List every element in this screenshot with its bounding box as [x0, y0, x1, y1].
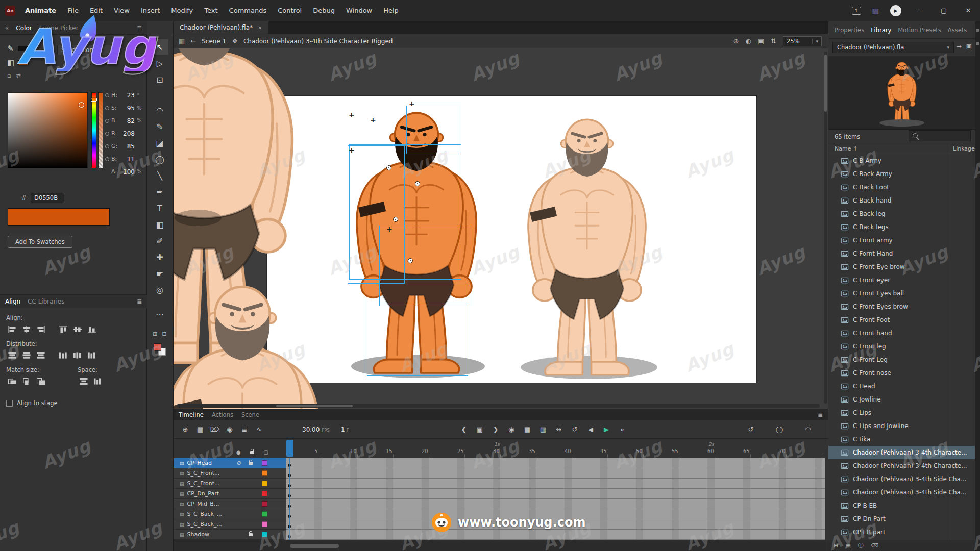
library-item[interactable]: C Front leg [828, 340, 975, 353]
match-height-icon[interactable] [20, 376, 33, 386]
timeline-tab-actions[interactable]: Actions [212, 411, 233, 418]
layer-depth-button[interactable]: ≣ [238, 425, 251, 433]
item-properties-button[interactable]: ⓘ [858, 542, 864, 549]
distribute-top-icon[interactable] [6, 350, 18, 360]
library-document-select[interactable]: Chadoor (Pehlvaan).fla ▾ [832, 42, 954, 53]
library-item[interactable]: C B Army [828, 154, 975, 167]
column-name[interactable]: Name [835, 145, 851, 152]
paint-bucket-tool[interactable]: ◧ [151, 216, 168, 233]
tab-library[interactable]: Library [871, 27, 891, 34]
layer-color-chip[interactable] [262, 460, 267, 466]
panel-menu-icon[interactable]: ≣ [137, 24, 142, 32]
snap-align-icon[interactable]: ⊟ [162, 331, 167, 337]
radio-icon[interactable] [105, 144, 109, 148]
distribute-bottom-icon[interactable] [35, 350, 47, 360]
library-item[interactable]: C tika [828, 433, 975, 446]
shape-tool[interactable]: ◯ [151, 151, 168, 167]
center-playhead-button[interactable]: ◯ [773, 425, 786, 433]
layer-frames-band[interactable] [286, 468, 825, 479]
more-tools-button[interactable]: ⋯ [151, 306, 168, 322]
stage-pasteboard[interactable]: + + + + + + [174, 48, 828, 409]
collapsed-panel-icon[interactable] [976, 29, 979, 32]
stroke-color-tool[interactable]: ✎ [7, 44, 14, 53]
transform-handle[interactable]: + [349, 111, 355, 118]
zoom-select[interactable]: 25% ▾ [783, 36, 822, 46]
subselection-tool[interactable]: ▷ [151, 55, 168, 71]
breadcrumb-symbol[interactable]: Chadoor (Pehlvaan) 3-4th Side Character … [243, 38, 393, 45]
align-to-stage-option[interactable]: Align to stage [6, 399, 147, 407]
document-tab[interactable]: Chadoor (Pehlvaan).fla* ✕ [174, 21, 268, 34]
edit-multiple-frames-button[interactable]: ▥ [536, 425, 550, 433]
tab-assets[interactable]: Assets [948, 27, 967, 34]
transform-handle[interactable]: + [409, 100, 415, 107]
line-tool[interactable]: ╲ [151, 167, 168, 184]
layer-row[interactable]: ▤S_C_Back_... [174, 509, 286, 519]
layer-frames-band[interactable] [286, 530, 825, 540]
pasteboard-character-partial[interactable] [174, 269, 337, 409]
center-stage-icon[interactable]: ⊕ [733, 37, 739, 45]
ruler-number[interactable]: 15 [386, 448, 393, 454]
stroke-color-chip[interactable] [18, 46, 28, 51]
new-library-window-icon[interactable]: ▣ [966, 43, 972, 50]
fill-color-tool[interactable]: ◧ [7, 58, 14, 67]
timeline-tab-timeline[interactable]: Timeline [179, 411, 204, 418]
library-item[interactable]: C Back Army [828, 167, 975, 181]
marker-button[interactable]: ▣ [473, 425, 486, 433]
ruler-number[interactable]: 65 [743, 448, 750, 454]
library-item[interactable]: C Back hand [828, 194, 975, 207]
new-folder-button[interactable]: ▤ [845, 542, 850, 549]
menu-item-text[interactable]: Text [199, 0, 223, 21]
sort-ascending-icon[interactable]: ↑ [853, 145, 857, 152]
layer-frames-band[interactable] [286, 489, 825, 499]
library-item[interactable]: C Back Foot [828, 181, 975, 194]
sb-cursor[interactable] [79, 102, 84, 108]
radio-icon[interactable] [105, 106, 109, 110]
ruler-number[interactable]: 35 [529, 448, 535, 454]
step-forward-button[interactable]: ❯ [489, 425, 502, 433]
eraser-tool[interactable]: ◪ [151, 135, 168, 151]
hand-tool[interactable]: ☛ [151, 265, 168, 282]
layer-color-chip[interactable] [262, 511, 267, 517]
timeline-tab-scene[interactable]: Scene [241, 411, 259, 418]
align-right-icon[interactable] [35, 324, 47, 334]
registration-point[interactable] [415, 181, 420, 186]
checkbox-icon[interactable] [6, 400, 13, 407]
lasso-tool[interactable]: ◠ [151, 102, 168, 118]
layer-frames-band[interactable] [286, 499, 825, 509]
transform-handle[interactable]: + [370, 116, 376, 123]
layer-frames-band[interactable] [286, 479, 825, 489]
library-item[interactable]: Chadoor (Pehlvaan) 3-4th Side Cha... [828, 486, 975, 499]
character-skin[interactable] [511, 106, 663, 384]
alpha-slider[interactable] [98, 92, 103, 168]
library-item[interactable]: CP B EB [828, 499, 975, 512]
layer-row[interactable]: ▤S_C_Front... [174, 468, 286, 479]
graph-editor-button[interactable]: ∿ [253, 425, 266, 433]
brush-tool[interactable]: ✎ [151, 118, 168, 135]
saturation-brightness-picker[interactable] [8, 92, 88, 168]
scrollbar-thumb[interactable] [276, 405, 353, 407]
menu-item-debug[interactable]: Debug [307, 0, 340, 21]
tab-color[interactable]: Color [16, 24, 32, 32]
align-top-icon[interactable] [57, 324, 69, 334]
zoom-spinner-icon[interactable]: ⇅ [771, 37, 776, 45]
library-item[interactable]: C Front Foot [828, 313, 975, 327]
color-field-value[interactable]: 85 [121, 143, 135, 150]
library-item[interactable]: C Jowline [828, 393, 975, 406]
match-width-icon[interactable] [6, 376, 18, 386]
hex-input[interactable]: D0550B [31, 193, 64, 203]
menu-animate[interactable]: Animate [19, 0, 62, 21]
align-left-icon[interactable] [6, 324, 18, 334]
snap-object-icon[interactable]: ⊞ [153, 331, 157, 337]
align-bottom-icon[interactable] [86, 324, 98, 334]
tab-properties[interactable]: Properties [835, 27, 864, 34]
layer-color-chip[interactable] [262, 501, 267, 507]
outline-column-icon[interactable]: ▢ [262, 449, 270, 455]
layer-row[interactable]: ▤S_C_Back_... [174, 519, 286, 530]
ruler-number[interactable]: 55 [672, 448, 678, 454]
library-search-input[interactable] [909, 130, 971, 141]
library-item[interactable]: C Front Leg [828, 353, 975, 366]
ruler-number[interactable]: 30 [493, 448, 500, 454]
color-field-value[interactable]: 11 [121, 156, 135, 163]
fill-color-chip[interactable] [18, 60, 29, 65]
color-field-value[interactable]: 208 [121, 130, 135, 137]
